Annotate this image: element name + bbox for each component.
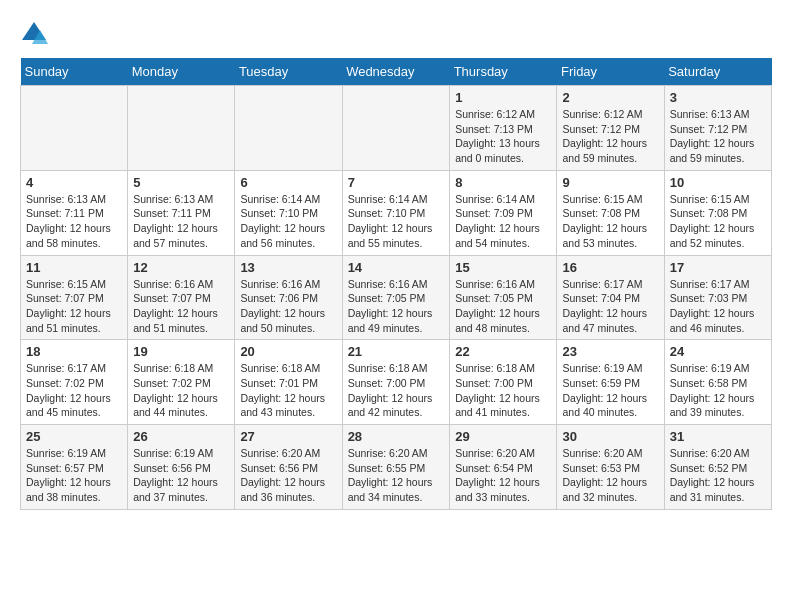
day-number: 15 (455, 260, 551, 275)
day-info: Sunrise: 6:16 AMSunset: 7:05 PMDaylight:… (455, 277, 551, 336)
day-info: Sunrise: 6:14 AMSunset: 7:09 PMDaylight:… (455, 192, 551, 251)
calendar-cell (21, 86, 128, 171)
calendar-cell (235, 86, 342, 171)
day-number: 26 (133, 429, 229, 444)
calendar-cell: 26Sunrise: 6:19 AMSunset: 6:56 PMDayligh… (128, 425, 235, 510)
day-info: Sunrise: 6:14 AMSunset: 7:10 PMDaylight:… (348, 192, 445, 251)
calendar-cell: 19Sunrise: 6:18 AMSunset: 7:02 PMDayligh… (128, 340, 235, 425)
day-number: 18 (26, 344, 122, 359)
calendar-week-row: 18Sunrise: 6:17 AMSunset: 7:02 PMDayligh… (21, 340, 772, 425)
weekday-header-monday: Monday (128, 58, 235, 86)
day-info: Sunrise: 6:19 AMSunset: 6:56 PMDaylight:… (133, 446, 229, 505)
calendar-week-row: 11Sunrise: 6:15 AMSunset: 7:07 PMDayligh… (21, 255, 772, 340)
weekday-header-row: SundayMondayTuesdayWednesdayThursdayFrid… (21, 58, 772, 86)
day-info: Sunrise: 6:12 AMSunset: 7:12 PMDaylight:… (562, 107, 658, 166)
calendar-cell (128, 86, 235, 171)
day-info: Sunrise: 6:16 AMSunset: 7:05 PMDaylight:… (348, 277, 445, 336)
day-info: Sunrise: 6:13 AMSunset: 7:12 PMDaylight:… (670, 107, 766, 166)
calendar-cell: 28Sunrise: 6:20 AMSunset: 6:55 PMDayligh… (342, 425, 450, 510)
day-info: Sunrise: 6:17 AMSunset: 7:02 PMDaylight:… (26, 361, 122, 420)
day-number: 9 (562, 175, 658, 190)
calendar-cell: 8Sunrise: 6:14 AMSunset: 7:09 PMDaylight… (450, 170, 557, 255)
calendar-cell: 17Sunrise: 6:17 AMSunset: 7:03 PMDayligh… (664, 255, 771, 340)
day-info: Sunrise: 6:18 AMSunset: 7:01 PMDaylight:… (240, 361, 336, 420)
calendar-cell: 6Sunrise: 6:14 AMSunset: 7:10 PMDaylight… (235, 170, 342, 255)
day-number: 2 (562, 90, 658, 105)
day-number: 12 (133, 260, 229, 275)
day-info: Sunrise: 6:17 AMSunset: 7:04 PMDaylight:… (562, 277, 658, 336)
day-number: 1 (455, 90, 551, 105)
day-info: Sunrise: 6:16 AMSunset: 7:07 PMDaylight:… (133, 277, 229, 336)
calendar-cell: 25Sunrise: 6:19 AMSunset: 6:57 PMDayligh… (21, 425, 128, 510)
weekday-header-tuesday: Tuesday (235, 58, 342, 86)
calendar-cell: 24Sunrise: 6:19 AMSunset: 6:58 PMDayligh… (664, 340, 771, 425)
day-number: 13 (240, 260, 336, 275)
day-number: 25 (26, 429, 122, 444)
calendar-week-row: 1Sunrise: 6:12 AMSunset: 7:13 PMDaylight… (21, 86, 772, 171)
day-info: Sunrise: 6:16 AMSunset: 7:06 PMDaylight:… (240, 277, 336, 336)
day-info: Sunrise: 6:19 AMSunset: 6:58 PMDaylight:… (670, 361, 766, 420)
day-info: Sunrise: 6:20 AMSunset: 6:54 PMDaylight:… (455, 446, 551, 505)
day-number: 28 (348, 429, 445, 444)
page-header (20, 20, 772, 48)
day-number: 24 (670, 344, 766, 359)
calendar-cell: 5Sunrise: 6:13 AMSunset: 7:11 PMDaylight… (128, 170, 235, 255)
day-number: 20 (240, 344, 336, 359)
calendar-week-row: 4Sunrise: 6:13 AMSunset: 7:11 PMDaylight… (21, 170, 772, 255)
day-number: 3 (670, 90, 766, 105)
day-info: Sunrise: 6:19 AMSunset: 6:59 PMDaylight:… (562, 361, 658, 420)
logo (20, 20, 52, 48)
day-info: Sunrise: 6:18 AMSunset: 7:00 PMDaylight:… (348, 361, 445, 420)
calendar-cell: 27Sunrise: 6:20 AMSunset: 6:56 PMDayligh… (235, 425, 342, 510)
day-info: Sunrise: 6:17 AMSunset: 7:03 PMDaylight:… (670, 277, 766, 336)
day-info: Sunrise: 6:20 AMSunset: 6:53 PMDaylight:… (562, 446, 658, 505)
day-number: 11 (26, 260, 122, 275)
weekday-header-sunday: Sunday (21, 58, 128, 86)
day-info: Sunrise: 6:20 AMSunset: 6:56 PMDaylight:… (240, 446, 336, 505)
day-info: Sunrise: 6:20 AMSunset: 6:55 PMDaylight:… (348, 446, 445, 505)
day-info: Sunrise: 6:18 AMSunset: 7:00 PMDaylight:… (455, 361, 551, 420)
weekday-header-thursday: Thursday (450, 58, 557, 86)
calendar-header: SundayMondayTuesdayWednesdayThursdayFrid… (21, 58, 772, 86)
calendar-cell: 1Sunrise: 6:12 AMSunset: 7:13 PMDaylight… (450, 86, 557, 171)
calendar-cell: 22Sunrise: 6:18 AMSunset: 7:00 PMDayligh… (450, 340, 557, 425)
calendar-cell: 14Sunrise: 6:16 AMSunset: 7:05 PMDayligh… (342, 255, 450, 340)
calendar-cell: 7Sunrise: 6:14 AMSunset: 7:10 PMDaylight… (342, 170, 450, 255)
day-info: Sunrise: 6:15 AMSunset: 7:08 PMDaylight:… (670, 192, 766, 251)
day-info: Sunrise: 6:14 AMSunset: 7:10 PMDaylight:… (240, 192, 336, 251)
calendar-body: 1Sunrise: 6:12 AMSunset: 7:13 PMDaylight… (21, 86, 772, 510)
weekday-header-friday: Friday (557, 58, 664, 86)
calendar-cell: 9Sunrise: 6:15 AMSunset: 7:08 PMDaylight… (557, 170, 664, 255)
weekday-header-saturday: Saturday (664, 58, 771, 86)
calendar-cell: 20Sunrise: 6:18 AMSunset: 7:01 PMDayligh… (235, 340, 342, 425)
calendar-cell: 31Sunrise: 6:20 AMSunset: 6:52 PMDayligh… (664, 425, 771, 510)
calendar-cell: 13Sunrise: 6:16 AMSunset: 7:06 PMDayligh… (235, 255, 342, 340)
calendar-cell: 15Sunrise: 6:16 AMSunset: 7:05 PMDayligh… (450, 255, 557, 340)
day-number: 27 (240, 429, 336, 444)
day-number: 31 (670, 429, 766, 444)
day-number: 23 (562, 344, 658, 359)
calendar-cell: 29Sunrise: 6:20 AMSunset: 6:54 PMDayligh… (450, 425, 557, 510)
day-number: 6 (240, 175, 336, 190)
day-info: Sunrise: 6:13 AMSunset: 7:11 PMDaylight:… (26, 192, 122, 251)
calendar-cell: 10Sunrise: 6:15 AMSunset: 7:08 PMDayligh… (664, 170, 771, 255)
calendar-table: SundayMondayTuesdayWednesdayThursdayFrid… (20, 58, 772, 510)
day-number: 14 (348, 260, 445, 275)
calendar-cell: 3Sunrise: 6:13 AMSunset: 7:12 PMDaylight… (664, 86, 771, 171)
day-number: 17 (670, 260, 766, 275)
day-info: Sunrise: 6:13 AMSunset: 7:11 PMDaylight:… (133, 192, 229, 251)
calendar-cell: 30Sunrise: 6:20 AMSunset: 6:53 PMDayligh… (557, 425, 664, 510)
calendar-cell: 2Sunrise: 6:12 AMSunset: 7:12 PMDaylight… (557, 86, 664, 171)
logo-icon (20, 20, 48, 48)
day-info: Sunrise: 6:15 AMSunset: 7:07 PMDaylight:… (26, 277, 122, 336)
calendar-cell: 4Sunrise: 6:13 AMSunset: 7:11 PMDaylight… (21, 170, 128, 255)
day-info: Sunrise: 6:18 AMSunset: 7:02 PMDaylight:… (133, 361, 229, 420)
calendar-cell: 16Sunrise: 6:17 AMSunset: 7:04 PMDayligh… (557, 255, 664, 340)
day-info: Sunrise: 6:19 AMSunset: 6:57 PMDaylight:… (26, 446, 122, 505)
calendar-cell: 18Sunrise: 6:17 AMSunset: 7:02 PMDayligh… (21, 340, 128, 425)
weekday-header-wednesday: Wednesday (342, 58, 450, 86)
calendar-cell: 23Sunrise: 6:19 AMSunset: 6:59 PMDayligh… (557, 340, 664, 425)
calendar-cell: 21Sunrise: 6:18 AMSunset: 7:00 PMDayligh… (342, 340, 450, 425)
calendar-cell: 12Sunrise: 6:16 AMSunset: 7:07 PMDayligh… (128, 255, 235, 340)
day-number: 22 (455, 344, 551, 359)
